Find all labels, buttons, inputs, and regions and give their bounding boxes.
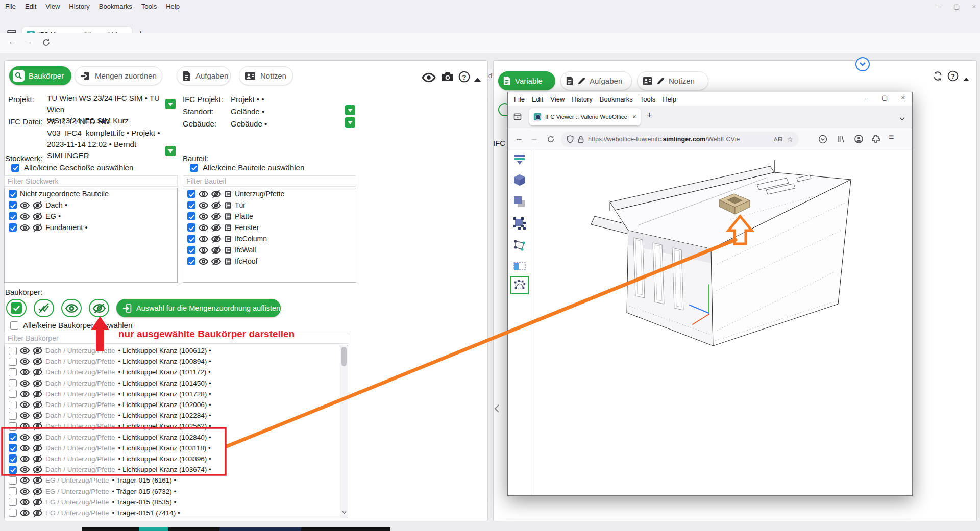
scrollbar[interactable] <box>340 345 348 518</box>
tool-polygon-icon[interactable] <box>512 237 527 252</box>
menu-item-history[interactable]: History <box>69 3 89 10</box>
eye-icon[interactable] <box>422 72 436 85</box>
row-checkbox[interactable] <box>9 201 17 209</box>
row-checkbox[interactable] <box>9 368 17 376</box>
minimize-icon[interactable]: – <box>938 3 941 10</box>
row-checkbox[interactable] <box>187 190 195 198</box>
menu-item-view[interactable]: View <box>550 95 565 103</box>
menu-item-tools[interactable]: Tools <box>640 95 655 103</box>
row-checkbox[interactable] <box>9 358 17 366</box>
row-checkbox[interactable] <box>187 257 195 265</box>
eye-icon[interactable] <box>20 401 30 409</box>
help-icon[interactable]: ? <box>947 70 959 84</box>
sync-icon[interactable] <box>932 71 943 83</box>
eye-icon[interactable] <box>20 412 30 419</box>
menu-item-help[interactable]: Help <box>663 95 676 103</box>
eye-off-icon[interactable] <box>33 379 42 388</box>
eye-icon[interactable] <box>20 213 30 220</box>
row-checkbox[interactable] <box>9 223 17 232</box>
reload-icon[interactable] <box>547 135 555 145</box>
eye-icon[interactable] <box>20 347 30 355</box>
collapse-left-icon[interactable] <box>494 404 500 413</box>
row-checkbox[interactable] <box>9 422 17 431</box>
tool-cube-icon[interactable] <box>512 173 527 188</box>
row-checkbox[interactable] <box>9 509 17 517</box>
bookmark-star-icon[interactable]: ☆ <box>787 135 793 143</box>
auswahl-mengenzuordnung-button[interactable]: Auswahl für die Mengenzuordnung aufliste… <box>116 299 281 317</box>
tool-freeform-select-icon[interactable] <box>510 276 529 294</box>
url-field[interactable]: https://weboffice-tuwienifc.simlinger.co… <box>561 132 799 147</box>
firefox-view-icon[interactable] <box>513 112 522 123</box>
row-checkbox[interactable] <box>9 433 17 441</box>
eye-icon[interactable] <box>20 476 30 484</box>
eye-icon[interactable] <box>20 466 30 473</box>
eye-off-icon[interactable] <box>33 465 42 474</box>
eye-icon[interactable] <box>20 368 30 376</box>
pocket-icon[interactable] <box>818 135 827 144</box>
eye-icon[interactable] <box>20 455 30 463</box>
menu-item-history[interactable]: History <box>572 95 592 103</box>
eye-icon[interactable] <box>20 380 30 387</box>
row-checkbox[interactable] <box>187 246 195 254</box>
menu-item-tools[interactable]: Tools <box>141 3 157 10</box>
eye-icon[interactable] <box>199 224 208 232</box>
eye-off-icon[interactable] <box>33 223 42 232</box>
select-all-button[interactable] <box>6 299 27 317</box>
eye-off-icon[interactable] <box>33 390 42 398</box>
show-all-button[interactable] <box>61 299 82 317</box>
eye-off-icon[interactable] <box>33 444 42 452</box>
account-icon[interactable] <box>854 134 864 144</box>
menu-item-file[interactable]: File <box>5 3 16 10</box>
eye-off-icon[interactable] <box>33 411 42 420</box>
menu-item-help[interactable]: Help <box>166 3 180 10</box>
row-checkbox[interactable] <box>9 347 17 355</box>
eye-icon[interactable] <box>20 224 30 232</box>
tab-mengen-zuordnen[interactable]: Mengen zuordnen <box>75 66 162 85</box>
filter-bauteil-input[interactable] <box>183 175 356 187</box>
close-icon[interactable]: × <box>901 94 905 102</box>
eye-off-icon[interactable] <box>33 212 42 221</box>
eye-off-icon[interactable] <box>33 509 42 517</box>
reload-icon[interactable] <box>42 38 51 49</box>
show-only-selected-button[interactable] <box>89 299 109 317</box>
tab-notizen-right[interactable]: Notizen <box>637 71 708 90</box>
eye-off-icon[interactable] <box>211 257 221 266</box>
eye-off-icon[interactable] <box>33 476 42 485</box>
tab-close-icon[interactable]: × <box>632 113 636 120</box>
row-checkbox[interactable] <box>187 235 195 243</box>
deselect-all-button[interactable] <box>34 299 54 317</box>
eye-icon[interactable] <box>199 190 208 198</box>
row-checkbox[interactable] <box>9 498 17 506</box>
back-icon[interactable]: ← <box>8 37 16 46</box>
tab-aufgaben-right[interactable]: Aufgaben <box>560 71 632 90</box>
eye-off-icon[interactable] <box>33 368 42 376</box>
eye-icon[interactable] <box>199 246 208 254</box>
row-checkbox[interactable] <box>9 444 17 452</box>
eye-icon[interactable] <box>20 201 30 209</box>
row-checkbox[interactable] <box>187 201 195 209</box>
eye-off-icon[interactable] <box>211 223 221 232</box>
gebaeude-dropdown-button[interactable] <box>345 117 355 128</box>
row-checkbox[interactable] <box>9 190 17 198</box>
eye-off-icon[interactable] <box>33 357 42 366</box>
row-checkbox[interactable] <box>187 212 195 220</box>
eye-off-icon[interactable] <box>33 433 42 442</box>
tool-clip-rect-icon[interactable] <box>512 259 527 274</box>
row-checkbox[interactable] <box>9 454 17 463</box>
shield-icon[interactable] <box>567 135 574 143</box>
tab-variable[interactable]: Variable <box>498 71 555 90</box>
eye-off-icon[interactable] <box>33 487 42 496</box>
eye-icon[interactable] <box>20 498 30 506</box>
row-checkbox[interactable] <box>9 487 17 495</box>
menu-item-file[interactable]: File <box>514 95 525 103</box>
eye-icon[interactable] <box>20 488 30 495</box>
ifc-viewer-window[interactable]: FileEditViewHistoryBookmarksToolsHelp – … <box>507 92 913 496</box>
eye-off-icon[interactable] <box>211 246 221 255</box>
back-icon[interactable]: ← <box>515 134 523 143</box>
tab-ifc-viewer[interactable]: IFC Viewer :: Valerio WebOffice × <box>529 108 641 125</box>
menu-item-bookmarks[interactable]: Bookmarks <box>99 3 132 10</box>
row-checkbox[interactable] <box>187 223 195 232</box>
row-checkbox[interactable] <box>9 476 17 485</box>
row-checkbox[interactable] <box>9 466 17 474</box>
extensions-icon[interactable] <box>871 134 880 143</box>
